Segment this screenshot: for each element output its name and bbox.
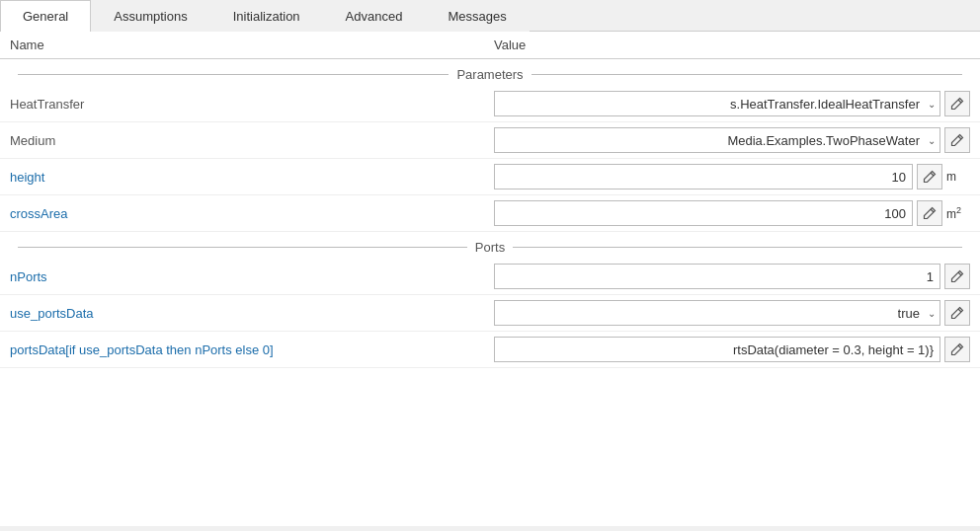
unit-super: 2 — [956, 205, 961, 215]
svg-line-0 — [958, 100, 961, 103]
value-area-height: m — [494, 164, 970, 190]
row-cross-area: crossArea m2 — [0, 195, 980, 232]
section-header-ports: Ports — [0, 232, 980, 259]
edit-button-n-ports[interactable] — [944, 264, 970, 289]
pencil-icon — [950, 306, 964, 320]
svg-line-5 — [958, 309, 961, 312]
svg-line-1 — [958, 136, 961, 139]
section-label-parameters: Parameters — [456, 67, 523, 82]
section-line-left — [18, 74, 449, 75]
input-medium[interactable]: Media.Examples.TwoPhaseWater⌄ — [494, 127, 940, 153]
pencil-icon — [950, 133, 964, 147]
value-area-heat-transfer: s.HeatTransfer.IdealHeatTransfer⌄ — [494, 91, 970, 116]
unit-height: m — [946, 170, 970, 184]
svg-line-3 — [931, 209, 934, 212]
tab-bar: GeneralAssumptionsInitializationAdvanced… — [0, 0, 980, 32]
tab-general[interactable]: General — [0, 0, 91, 32]
param-name-heat-transfer: HeatTransfer — [10, 97, 494, 112]
pencil-icon — [950, 97, 964, 111]
pencil-icon — [950, 342, 964, 356]
row-medium: MediumMedia.Examples.TwoPhaseWater⌄ — [0, 122, 980, 159]
svg-line-4 — [958, 272, 961, 275]
value-area-ports-data — [494, 337, 970, 362]
section-label-ports: Ports — [475, 240, 505, 255]
unit-cross-area: m2 — [946, 205, 970, 221]
param-name-use-ports-data[interactable]: use_portsData — [10, 306, 494, 321]
pencil-icon — [923, 170, 937, 184]
input-n-ports[interactable] — [494, 264, 940, 289]
param-name-medium: Medium — [10, 133, 494, 148]
row-heat-transfer: HeatTransfers.HeatTransfer.IdealHeatTran… — [0, 86, 980, 122]
value-area-cross-area: m2 — [494, 200, 970, 226]
section-line-left — [18, 247, 467, 248]
dropdown-arrow-medium: ⌄ — [928, 135, 936, 146]
svg-line-6 — [958, 345, 961, 348]
pencil-icon — [950, 269, 964, 283]
pencil-icon — [923, 206, 937, 220]
edit-button-heat-transfer[interactable] — [944, 91, 970, 116]
edit-button-cross-area[interactable] — [917, 200, 942, 226]
section-line-right — [513, 247, 962, 248]
tab-assumptions[interactable]: Assumptions — [91, 0, 209, 32]
col-header-value: Value — [494, 38, 970, 52]
param-name-n-ports[interactable]: nPorts — [10, 269, 494, 284]
input-height[interactable] — [494, 164, 913, 190]
tab-initialization[interactable]: Initialization — [210, 0, 323, 32]
svg-line-2 — [931, 173, 934, 176]
tab-advanced[interactable]: Advanced — [323, 0, 426, 32]
row-ports-data: portsData[if use_portsData then nPorts e… — [0, 332, 980, 368]
value-area-use-ports-data: true⌄ — [494, 300, 970, 326]
tab-messages[interactable]: Messages — [425, 0, 529, 32]
row-height: height m — [0, 159, 980, 195]
input-ports-data[interactable] — [494, 337, 940, 362]
section-header-parameters: Parameters — [0, 59, 980, 86]
edit-button-ports-data[interactable] — [944, 337, 970, 362]
param-name-ports-data[interactable]: portsData[if use_portsData then nPorts e… — [10, 342, 494, 357]
edit-button-medium[interactable] — [944, 127, 970, 153]
input-heat-transfer[interactable]: s.HeatTransfer.IdealHeatTransfer⌄ — [494, 91, 940, 116]
param-name-height[interactable]: height — [10, 170, 494, 185]
param-name-cross-area[interactable]: crossArea — [10, 206, 494, 221]
col-header-name: Name — [10, 38, 494, 52]
input-use-ports-data[interactable]: true⌄ — [494, 300, 940, 326]
value-area-n-ports — [494, 264, 970, 289]
dropdown-arrow-use-ports-data: ⌄ — [928, 308, 936, 319]
edit-button-use-ports-data[interactable] — [944, 300, 970, 326]
section-line-right — [531, 74, 962, 75]
row-n-ports: nPorts — [0, 259, 980, 295]
input-cross-area[interactable] — [494, 200, 913, 226]
row-use-ports-data: use_portsDatatrue⌄ — [0, 295, 980, 332]
value-area-medium: Media.Examples.TwoPhaseWater⌄ — [494, 127, 970, 153]
dropdown-arrow-heat-transfer: ⌄ — [928, 99, 936, 110]
edit-button-height[interactable] — [917, 164, 942, 190]
content-area: Name Value Parameters HeatTransfers.Heat… — [0, 32, 980, 526]
